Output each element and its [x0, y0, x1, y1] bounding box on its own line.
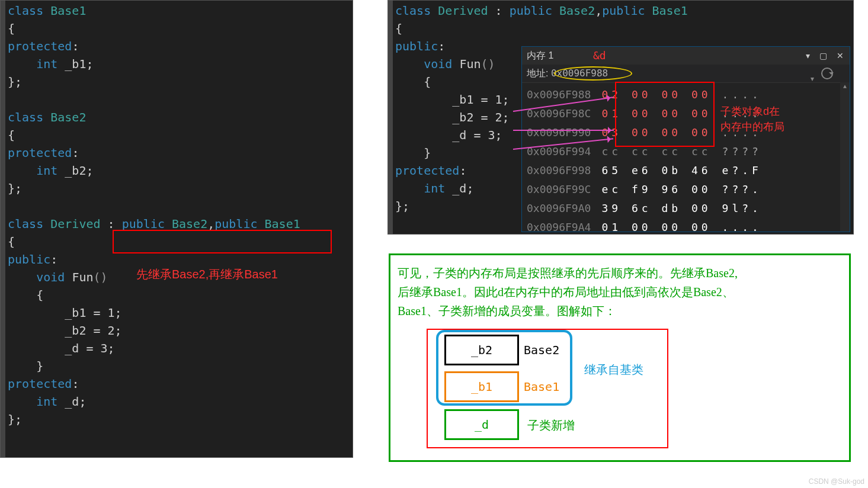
var: _b2	[65, 163, 86, 178]
scroll-up-icon[interactable]: ▲	[840, 82, 850, 92]
stmt: _b1 = 1;	[8, 306, 122, 320]
dropdown-icon[interactable]: ▾	[811, 70, 814, 88]
line1: 子类对象d在	[720, 105, 780, 117]
brace: };	[8, 75, 22, 89]
semi: ;	[86, 57, 93, 71]
memory-row: 0x0096F994cc cc cc cc????	[527, 142, 845, 161]
window-buttons[interactable]: ▾ ▢ ✕	[806, 47, 847, 65]
fn: Fun	[72, 270, 93, 284]
kw: protected	[395, 163, 459, 178]
title-text: 内存 1	[527, 50, 553, 60]
gutter	[388, 1, 393, 234]
diagram-label-new: 子类新增	[527, 418, 575, 434]
semi: ;	[466, 181, 473, 195]
stmt: _b1 = 1;	[395, 92, 510, 107]
kw: public	[395, 39, 438, 53]
colon: :	[488, 4, 510, 18]
fn: Fun	[459, 57, 481, 71]
memory-dump: 0x0096F98802 00 00 00....0x0096F98C01 00…	[522, 83, 850, 239]
kw: public	[510, 4, 559, 18]
colon: :	[72, 146, 79, 160]
kw: int	[8, 57, 65, 71]
kw: public	[122, 217, 172, 231]
colon: :	[101, 217, 122, 231]
semi: ;	[79, 394, 86, 409]
semi: ;	[86, 163, 93, 178]
address-label: 地址:	[527, 68, 548, 78]
scrollbar[interactable]: ▲	[840, 82, 850, 232]
kw: class	[395, 4, 438, 18]
kw: public	[602, 4, 652, 18]
brace: {	[8, 288, 43, 302]
memory-window-title[interactable]: 内存 1 &d ▾ ▢ ✕	[522, 47, 850, 65]
colon: :	[72, 377, 79, 391]
diagram-box-b2: _b2	[444, 335, 519, 365]
kw: public	[214, 217, 264, 231]
paren: ()	[94, 270, 108, 284]
kw: public	[8, 252, 50, 267]
brace: {	[395, 21, 402, 36]
type: Base2	[172, 217, 207, 231]
type: Base2	[50, 110, 86, 124]
annotation-inheritance-order: 先继承Base2,再继承Base1	[136, 267, 278, 282]
kw: class	[8, 4, 50, 18]
type: Base1	[652, 4, 688, 18]
colon: :	[72, 39, 79, 53]
brace: {	[8, 235, 15, 249]
address-bar[interactable]: 地址: 0x0096F988 ▾	[522, 65, 850, 83]
brace: };	[395, 199, 409, 213]
kw: int	[8, 163, 65, 178]
line2: 内存中的布局	[720, 121, 784, 133]
colon: :	[438, 39, 445, 53]
var: _d	[452, 181, 466, 195]
arrow-icon	[513, 130, 614, 131]
watermark: CSDN @Suk-god	[809, 477, 864, 486]
memory-row: 0x0096F9A401 00 00 00....	[527, 218, 845, 237]
var: _b1	[65, 57, 86, 71]
kw: void	[8, 270, 72, 284]
kw: protected	[8, 146, 72, 160]
annotation-memory-layout: 子类对象d在 内存中的布局	[720, 104, 784, 134]
type: Derived	[50, 217, 100, 231]
kw: protected	[8, 39, 72, 53]
var: _d	[65, 394, 79, 409]
brace: {	[8, 128, 15, 142]
brace: }	[395, 146, 431, 160]
annotation-expr: &d	[593, 47, 606, 65]
memory-window[interactable]: 内存 1 &d ▾ ▢ ✕ 地址: 0x0096F988 ▾ 0x0096F98…	[521, 46, 850, 232]
diagram-label-base1: Base1	[524, 380, 559, 394]
stmt: _b2 = 2;	[395, 110, 510, 124]
code-block: class Base1 { protected: int _b1; }; cla…	[1, 1, 353, 428]
kw: class	[8, 110, 50, 124]
refresh-icon[interactable]	[821, 68, 833, 79]
stmt: _b2 = 2;	[8, 323, 122, 338]
gutter	[1, 1, 5, 457]
diagram-box-d: _d	[444, 409, 519, 440]
memory-row: 0x0096F98C01 00 00 00....	[527, 104, 845, 123]
kw: int	[395, 181, 452, 195]
stmt: _d = 3;	[8, 341, 115, 355]
brace: {	[395, 75, 431, 89]
type: Base1	[265, 217, 300, 231]
kw: void	[395, 57, 459, 71]
explanation-line: 后继承Base1。因此d在内存中的布局地址由低到高依次是Base2、	[398, 282, 842, 301]
comma: ,	[207, 217, 214, 231]
colon: :	[459, 163, 466, 178]
memory-row: 0x0096F9A039 6c db 009l?.	[527, 199, 845, 218]
type: Base2	[559, 4, 595, 18]
brace: }	[8, 359, 43, 373]
paren: ()	[481, 57, 495, 71]
comma: ,	[595, 4, 602, 18]
type: Derived	[438, 4, 488, 18]
brace: };	[8, 412, 22, 426]
kw: protected	[8, 377, 72, 391]
memory-layout-diagram: _b2 _b1 _d Base2 Base1 继承自基类 子类新增	[427, 329, 668, 448]
type: Base1	[50, 4, 86, 18]
brace: };	[8, 181, 22, 195]
explanation-line: 可见，子类的内存布局是按照继承的先后顺序来的。先继承Base2,	[398, 264, 842, 282]
diagram-label-inherited: 继承自基类	[584, 362, 643, 378]
address-value[interactable]: 0x0096F988	[551, 68, 608, 79]
kw: class	[8, 217, 50, 231]
memory-row: 0x0096F99003 00 00 00....	[527, 123, 845, 142]
memory-row: 0x0096F99Cec f9 96 00???.	[527, 180, 845, 199]
